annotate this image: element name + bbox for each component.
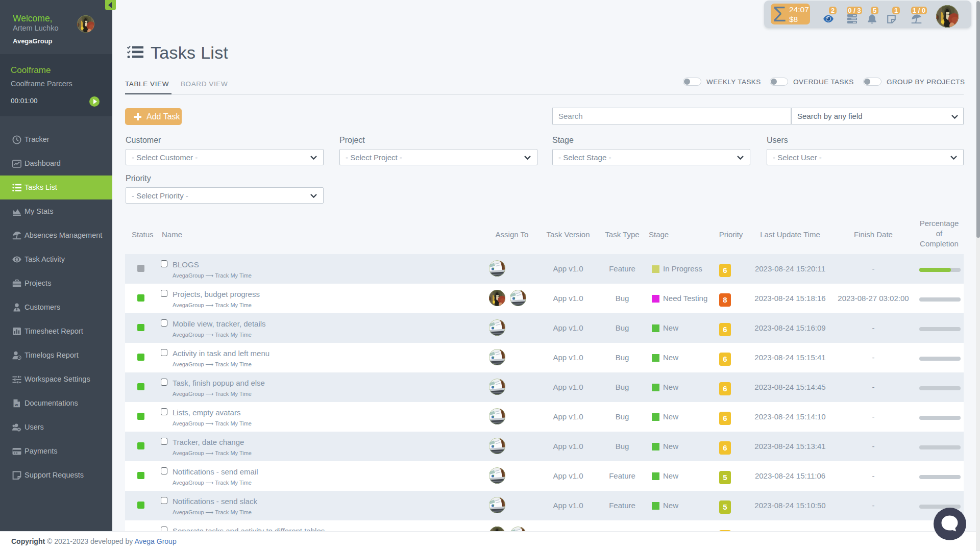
svg-text:w: w <box>14 402 18 407</box>
